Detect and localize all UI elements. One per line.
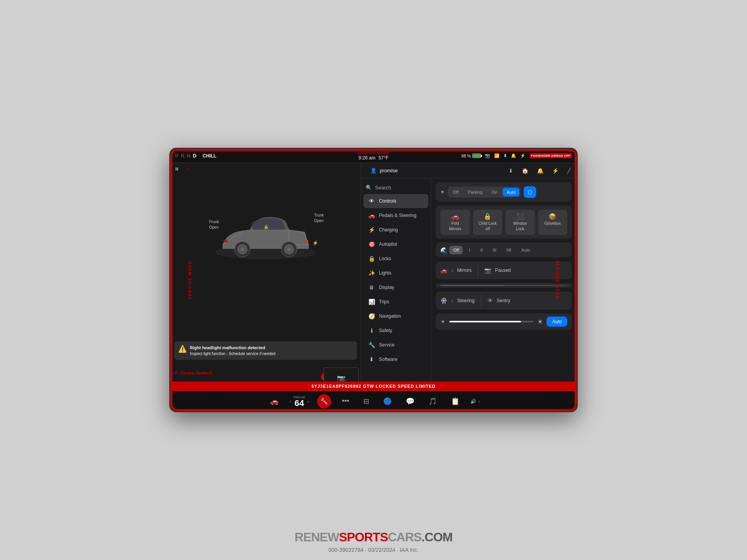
menu-item-pedals[interactable]: 🚗 Pedals & Steering <box>363 208 428 222</box>
signal-icon: 📶 <box>494 153 500 158</box>
wiper-iii-btn[interactable]: III <box>489 246 500 254</box>
bluetooth-icon: ⚡ <box>520 153 526 158</box>
lights-auto-btn[interactable]: Auto <box>503 188 519 196</box>
wiper-i-btn[interactable]: I <box>465 246 474 254</box>
window-lock-btn[interactable]: ⬛ WindowLock <box>505 210 535 235</box>
safety-label: Safety <box>379 328 392 333</box>
more-icon: ••• <box>342 397 349 405</box>
lights-icon: ✨ <box>368 270 375 276</box>
service-mode-top-label: SERVICE MODE <box>358 151 389 155</box>
child-lock-btn[interactable]: 🔒 Child Lockoff <box>473 210 503 235</box>
gear-r: R <box>181 153 184 159</box>
messages-btn[interactable]: 💬 <box>403 396 417 407</box>
bluetooth-btn[interactable]: ⚡ <box>551 166 560 175</box>
glovebox-label: Glovebox <box>540 221 565 226</box>
high-beam-icon: ⬡ <box>528 189 532 195</box>
camera-icon: 📷 <box>485 153 490 158</box>
warning-text: Right headlight malfunction detected Ins… <box>190 345 275 357</box>
lights-parking-btn[interactable]: Parking <box>464 188 486 196</box>
bluetooth-taskbar-btn[interactable]: 🔵 <box>380 396 395 407</box>
bell-btn[interactable]: 🔔 <box>535 166 545 175</box>
car-status-btn[interactable]: 🚗 <box>267 396 282 407</box>
media-btn[interactable]: ⊟ <box>360 396 372 407</box>
steering-icon: 🎡 <box>440 298 447 304</box>
top-bar-left: P R N D CHILL <box>175 153 216 159</box>
calendar-btn[interactable]: 📋 <box>448 396 463 407</box>
navigation-label: Navigation <box>379 313 401 319</box>
menu-item-safety[interactable]: ℹ Safety <box>363 324 428 338</box>
warning-detail: Inspect light function - Schedule servic… <box>190 351 275 357</box>
watermark: RENEWSPORTSCARS.COM <box>295 530 452 544</box>
fold-mirrors-btn[interactable]: 🚗 FoldMirrors <box>440 210 470 235</box>
speed-back-btn[interactable]: ‹ <box>289 398 291 404</box>
speed-nav: ‹ Manual 64 › <box>289 395 309 408</box>
menu-item-controls[interactable]: 👁 Controls <box>363 194 428 208</box>
menu-item-locks[interactable]: 🔒 Locks <box>363 252 428 266</box>
menu-item-service[interactable]: 🔧 Service <box>363 338 428 352</box>
glovebox-btn[interactable]: 📦 Glovebox <box>538 210 568 235</box>
safety-icon: ℹ <box>368 327 375 334</box>
svg-point-4 <box>240 247 244 251</box>
search-label: Search <box>375 185 391 191</box>
time-temperature: 9:26 am 57°F <box>359 155 389 161</box>
trips-label: Trips <box>379 299 389 304</box>
home-btn[interactable]: 🏠 <box>520 166 530 175</box>
wiper-ii-btn[interactable]: II <box>477 246 487 254</box>
volume-next-btn[interactable]: › <box>479 398 480 404</box>
car-icon: 🚗 <box>270 397 279 406</box>
trips-icon: 📊 <box>368 299 375 305</box>
lights-off-btn[interactable]: Off <box>449 188 462 196</box>
menu-item-trips[interactable]: 📊 Trips <box>363 295 428 309</box>
menu-item-charging[interactable]: ⚡ Charging <box>363 223 428 237</box>
lights-on-btn[interactable]: On <box>488 188 502 196</box>
locks-icon: 🔒 <box>368 256 375 262</box>
lights-label: Lights <box>379 270 391 276</box>
warning-title: Right headlight malfunction detected <box>190 345 275 351</box>
prnd-display: P R N D <box>175 153 196 159</box>
camera-label: Paused <box>495 268 511 273</box>
brightness-row: ☀ ☀ Auto <box>436 313 572 330</box>
wiper-off-btn[interactable]: Off <box>449 246 463 254</box>
photo-wrapper: SERVICE MODE SERVICE MODE P R N D CHILL … <box>0 0 747 560</box>
svg-rect-9 <box>304 240 309 242</box>
settings-btn[interactable]: ╱ <box>566 166 572 175</box>
controls-label: Controls <box>379 198 396 204</box>
wiper-iiii-btn[interactable]: IIII <box>503 246 515 254</box>
menu-panel: 🔍 Search 👁 Controls 🚗 Pedals & Steering <box>361 178 431 391</box>
autopilot-icon: 🎯 <box>368 241 375 247</box>
brightness-auto-btn[interactable]: Auto <box>547 317 567 327</box>
user-icon: 👤 <box>370 168 377 173</box>
download-btn[interactable]: ⬇ <box>507 166 515 175</box>
menu-item-autopilot[interactable]: 🎯 Autopilot <box>363 237 428 251</box>
menu-item-software[interactable]: ⬇ Software <box>363 352 428 366</box>
search-bar[interactable]: 🔍 Search <box>361 182 431 194</box>
more-btn[interactable]: ••• <box>339 396 352 407</box>
service-mode-label-right: SERVICE MODE <box>555 261 559 300</box>
left-panel: 🖥 ⚠ <box>170 163 361 391</box>
speed-forward-btn[interactable]: › <box>307 398 309 404</box>
sentry-label: Sentry <box>497 298 510 303</box>
wiper-auto-btn[interactable]: Auto <box>517 246 534 254</box>
child-lock-icon: 🔒 <box>475 213 500 220</box>
brightness-sun-max-icon: ☀ <box>537 318 543 326</box>
watermark-sub: 000-39022784 · 03/22/2024 · IAA Inc. <box>328 547 419 553</box>
svg-text:⚡: ⚡ <box>312 240 318 246</box>
main-content: 🖥 ⚠ <box>170 163 577 391</box>
window-lock-label: WindowLock <box>508 221 533 232</box>
service-wrench-btn[interactable]: 🔧 <box>317 394 331 408</box>
music-btn[interactable]: 🎵 <box>425 396 440 407</box>
menu-item-lights[interactable]: ✨ Lights <box>363 266 428 280</box>
menu-item-navigation[interactable]: 🧭 Navigation <box>363 309 428 323</box>
top-status-bar: P R N D CHILL SERVICE MODE 9:26 am 57°F … <box>170 149 577 163</box>
car-diagram-svg: 🔓 ⚡ <box>207 198 324 276</box>
menu-item-display[interactable]: 🖥 Display <box>363 280 428 294</box>
search-icon: 🔍 <box>366 185 372 191</box>
service-mode-label-left: SERVICE MODE <box>188 261 192 300</box>
brightness-slider[interactable] <box>449 321 533 322</box>
high-beam-btn[interactable]: ⬡ <box>524 186 536 198</box>
wiper-control-row: 🌊 Off I II III IIII Auto <box>436 243 572 257</box>
user-section: 👤 promise <box>370 168 398 173</box>
hud-icon: 🖥 <box>174 166 179 171</box>
slider-row <box>436 283 572 288</box>
mirrors-row: 🚗 ↕ Mirrors 📷 Paused <box>436 261 572 279</box>
